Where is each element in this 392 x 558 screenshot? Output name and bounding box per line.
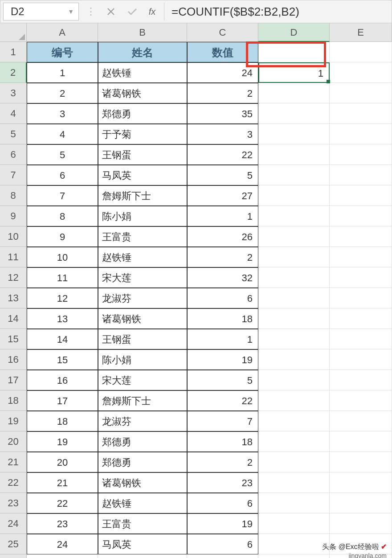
cell[interactable]	[330, 349, 392, 370]
cell[interactable]	[330, 103, 392, 124]
cell-name[interactable]: 郑德勇	[98, 452, 187, 472]
cell-id[interactable]: 8	[27, 206, 98, 226]
cell[interactable]	[330, 206, 392, 226]
row-header[interactable]: 8	[0, 185, 27, 206]
row-header[interactable]: 25	[0, 534, 27, 554]
cell-name[interactable]: 赵铁锤	[98, 493, 187, 513]
cell[interactable]	[330, 144, 392, 165]
enter-icon[interactable]	[122, 3, 143, 21]
cell-id[interactable]: 22	[27, 493, 98, 513]
cell-value[interactable]: 5	[187, 165, 258, 185]
row-header[interactable]: 7	[0, 165, 27, 185]
cell[interactable]	[330, 226, 392, 247]
cell-id[interactable]: 3	[27, 103, 98, 124]
cell-name[interactable]: 诸葛钢铁	[98, 308, 187, 329]
row-header[interactable]: 13	[0, 288, 27, 308]
cell[interactable]	[258, 534, 330, 554]
cell-value[interactable]: 3	[187, 124, 258, 144]
cell-name[interactable]: 王钢蛋	[98, 329, 187, 349]
column-header-D[interactable]: D	[258, 23, 330, 42]
cell-id[interactable]: 13	[27, 308, 98, 329]
cell[interactable]	[330, 308, 392, 329]
cell-value[interactable]: 5	[187, 370, 258, 390]
row-header[interactable]: 3	[0, 83, 27, 103]
cell[interactable]	[258, 411, 330, 431]
row-header[interactable]: 4	[0, 103, 27, 124]
cell-id[interactable]: 24	[27, 534, 98, 554]
row-header[interactable]	[0, 554, 27, 558]
cell[interactable]	[330, 431, 392, 452]
cell-id[interactable]: 1	[27, 62, 98, 83]
cell-name[interactable]: 詹姆斯下士	[98, 390, 187, 411]
cell[interactable]	[27, 554, 98, 558]
cell[interactable]	[330, 267, 392, 288]
cell[interactable]	[258, 247, 330, 267]
row-header[interactable]: 10	[0, 226, 27, 247]
cell-name[interactable]: 陈小娟	[98, 349, 187, 370]
cell-id[interactable]: 7	[27, 185, 98, 206]
cell[interactable]	[258, 431, 330, 452]
cell-value[interactable]: 2	[187, 83, 258, 103]
cell-value[interactable]: 2	[187, 247, 258, 267]
cell[interactable]	[258, 329, 330, 349]
cell-value[interactable]: 32	[187, 267, 258, 288]
cell[interactable]	[330, 472, 392, 493]
cell[interactable]	[258, 165, 330, 185]
header-col3[interactable]: 数值	[187, 42, 258, 62]
cell[interactable]	[258, 103, 330, 124]
cell[interactable]	[330, 247, 392, 267]
cell-value[interactable]: 19	[187, 513, 258, 534]
select-all-corner[interactable]	[0, 23, 27, 42]
row-header[interactable]: 23	[0, 493, 27, 513]
cell-id[interactable]: 21	[27, 472, 98, 493]
row-header[interactable]: 22	[0, 472, 27, 493]
cell-value[interactable]: 22	[187, 390, 258, 411]
cell-name[interactable]: 龙淑芬	[98, 411, 187, 431]
cell-value[interactable]: 18	[187, 431, 258, 452]
cell-value[interactable]: 35	[187, 103, 258, 124]
fx-icon[interactable]: fx	[143, 3, 164, 21]
formula-input[interactable]: =COUNTIF($B$2:B2,B2)	[164, 5, 392, 19]
column-header-A[interactable]: A	[27, 23, 98, 42]
cell-name[interactable]: 马凤英	[98, 165, 187, 185]
cell-name[interactable]: 诸葛钢铁	[98, 83, 187, 103]
cell[interactable]	[330, 411, 392, 431]
cell-value[interactable]: 2	[187, 452, 258, 472]
cell[interactable]	[258, 206, 330, 226]
row-header[interactable]: 11	[0, 247, 27, 267]
cell-value[interactable]: 19	[187, 349, 258, 370]
column-header-E[interactable]: E	[330, 23, 392, 42]
cell-value[interactable]: 6	[187, 288, 258, 308]
row-header[interactable]: 12	[0, 267, 27, 288]
cell[interactable]	[258, 308, 330, 329]
cell[interactable]	[258, 390, 330, 411]
cell-id[interactable]: 16	[27, 370, 98, 390]
cell-name[interactable]: 王富贵	[98, 226, 187, 247]
cell[interactable]	[258, 124, 330, 144]
row-header[interactable]: 14	[0, 308, 27, 329]
cell[interactable]	[258, 226, 330, 247]
spreadsheet-grid[interactable]: ABCDE1编号姓名数值21赵铁锤24132诸葛钢铁243郑德勇3554于予菊3…	[0, 23, 392, 558]
cell-id[interactable]: 17	[27, 390, 98, 411]
cell-value[interactable]: 18	[187, 308, 258, 329]
cell[interactable]	[258, 185, 330, 206]
cell[interactable]	[330, 62, 392, 83]
cell[interactable]	[258, 493, 330, 513]
row-header[interactable]: 15	[0, 329, 27, 349]
cell-id[interactable]: 2	[27, 83, 98, 103]
row-header[interactable]: 24	[0, 513, 27, 534]
cell-value[interactable]: 6	[187, 534, 258, 554]
cell-id[interactable]: 18	[27, 411, 98, 431]
column-header-B[interactable]: B	[98, 23, 187, 42]
cell[interactable]	[258, 288, 330, 308]
cell[interactable]	[98, 554, 187, 558]
cell-value[interactable]: 22	[187, 144, 258, 165]
cell[interactable]	[258, 472, 330, 493]
cell[interactable]	[330, 288, 392, 308]
row-header[interactable]: 20	[0, 431, 27, 452]
cell-name[interactable]: 王富贵	[98, 513, 187, 534]
cell-id[interactable]: 19	[27, 431, 98, 452]
cell-name[interactable]: 诸葛钢铁	[98, 472, 187, 493]
row-header[interactable]: 16	[0, 349, 27, 370]
cell-value[interactable]: 27	[187, 185, 258, 206]
